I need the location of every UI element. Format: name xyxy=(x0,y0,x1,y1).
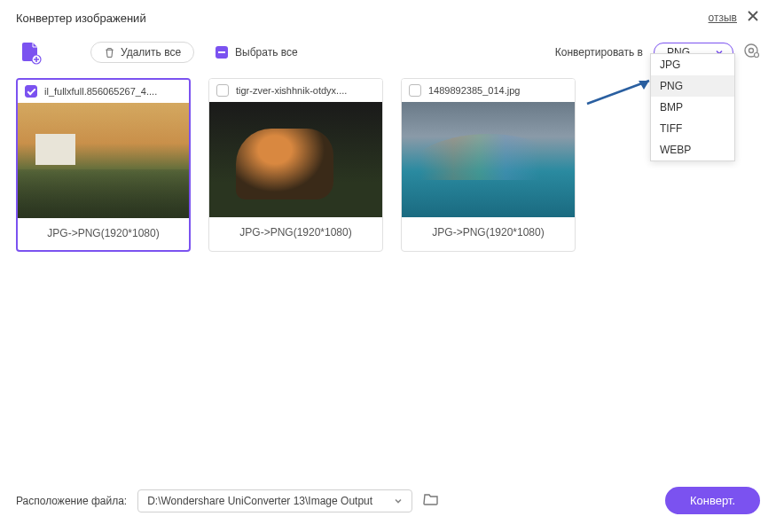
file-name: il_fullxfull.856065267_4.... xyxy=(44,86,157,97)
file-card[interactable]: 1489892385_014.jpgJPG->PNG(1920*1080) xyxy=(401,78,576,252)
settings-button[interactable] xyxy=(742,42,760,63)
open-folder-button[interactable] xyxy=(423,491,439,511)
select-all-checkbox-icon xyxy=(216,46,228,59)
gear-icon xyxy=(742,42,760,59)
chevron-down-icon xyxy=(394,497,403,505)
format-option-bmp[interactable]: BMP xyxy=(651,97,734,118)
file-thumbnail xyxy=(209,102,382,217)
delete-all-button[interactable]: Удалить все xyxy=(90,42,194,63)
page-title: Конвертер изображений xyxy=(16,12,146,25)
svg-point-2 xyxy=(749,49,754,53)
format-dropdown-menu[interactable]: JPGPNGBMPTIFFWEBP xyxy=(650,53,735,161)
file-checkbox[interactable] xyxy=(409,84,421,97)
file-card[interactable]: il_fullxfull.856065267_4....JPG->PNG(192… xyxy=(16,78,191,252)
file-conversion-info: JPG->PNG(1920*1080) xyxy=(209,217,382,249)
file-checkbox[interactable] xyxy=(216,84,229,97)
format-option-webp[interactable]: WEBP xyxy=(651,139,734,160)
convert-to-label: Конвертировать в xyxy=(555,46,643,59)
file-conversion-info: JPG->PNG(1920*1080) xyxy=(18,218,189,250)
file-conversion-info: JPG->PNG(1920*1080) xyxy=(402,217,575,249)
add-file-button[interactable] xyxy=(16,39,46,66)
output-location-label: Расположение файла: xyxy=(16,495,127,507)
output-path-value: D:\Wondershare UniConverter 13\Image Out… xyxy=(147,495,372,507)
format-option-png[interactable]: PNG xyxy=(651,75,734,97)
svg-line-4 xyxy=(587,81,649,104)
file-thumbnail xyxy=(18,103,189,218)
convert-button[interactable]: Конверт. xyxy=(665,487,760,514)
file-card[interactable]: tigr-zver-xishhnik-otdyx....JPG->PNG(192… xyxy=(208,78,383,252)
select-all-toggle[interactable]: Выбрать все xyxy=(216,46,298,59)
annotation-arrow xyxy=(585,75,656,107)
svg-point-3 xyxy=(755,53,759,58)
trash-icon xyxy=(104,47,115,59)
format-option-tiff[interactable]: TIFF xyxy=(651,118,734,139)
output-path-dropdown[interactable]: D:\Wondershare UniConverter 13\Image Out… xyxy=(137,489,412,512)
select-all-label: Выбрать все xyxy=(235,46,298,59)
file-thumbnail xyxy=(402,102,575,217)
add-file-icon xyxy=(19,40,43,65)
file-name: 1489892385_014.jpg xyxy=(428,85,520,96)
file-checkbox[interactable] xyxy=(25,85,37,98)
folder-icon xyxy=(423,491,439,507)
close-icon[interactable] xyxy=(746,9,760,27)
delete-all-label: Удалить все xyxy=(121,46,181,59)
file-name: tigr-zver-xishhnik-otdyx.... xyxy=(236,85,347,96)
feedback-link[interactable]: отзыв xyxy=(709,12,737,24)
format-option-jpg[interactable]: JPG xyxy=(651,54,734,75)
